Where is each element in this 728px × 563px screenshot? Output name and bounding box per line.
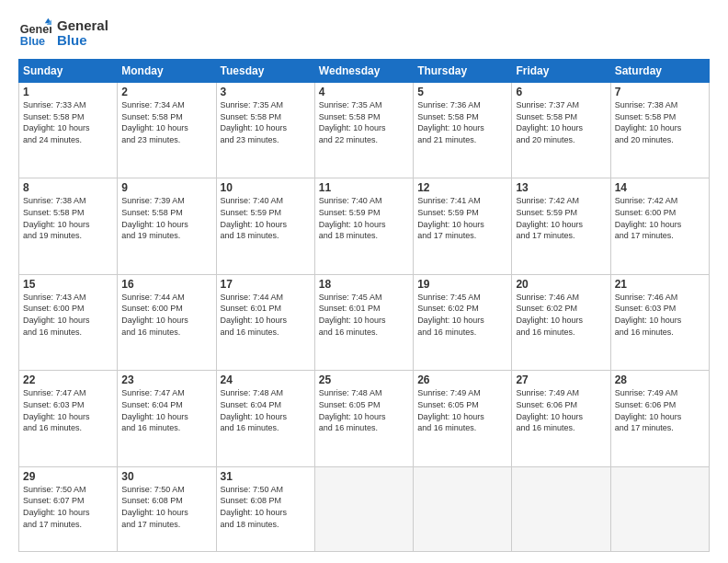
day-number: 24 bbox=[221, 373, 311, 386]
day-info: Sunrise: 7:41 AM Sunset: 5:59 PM Dayligh… bbox=[417, 195, 507, 241]
svg-text:Blue: Blue bbox=[20, 35, 45, 48]
day-info: Sunrise: 7:48 AM Sunset: 6:05 PM Dayligh… bbox=[319, 387, 409, 433]
day-info: Sunrise: 7:48 AM Sunset: 6:04 PM Dayligh… bbox=[221, 387, 311, 433]
day-number: 19 bbox=[417, 278, 507, 291]
calendar-cell: 7Sunrise: 7:38 AM Sunset: 5:58 PM Daylig… bbox=[610, 83, 709, 178]
day-number: 1 bbox=[23, 86, 113, 98]
day-number: 31 bbox=[221, 470, 311, 483]
calendar-cell: 1Sunrise: 7:33 AM Sunset: 5:58 PM Daylig… bbox=[19, 83, 118, 178]
day-info: Sunrise: 7:35 AM Sunset: 5:58 PM Dayligh… bbox=[221, 99, 311, 145]
weekday-header-thursday: Thursday bbox=[414, 60, 512, 83]
calendar-cell: 31Sunrise: 7:50 AM Sunset: 6:08 PM Dayli… bbox=[216, 466, 314, 551]
calendar-cell: 4Sunrise: 7:35 AM Sunset: 5:58 PM Daylig… bbox=[314, 83, 413, 178]
weekday-header-wednesday: Wednesday bbox=[314, 60, 413, 83]
day-number: 13 bbox=[516, 181, 606, 194]
day-number: 23 bbox=[121, 373, 211, 386]
calendar-page: General Blue General Blue SundayMondayTu… bbox=[0, 0, 728, 563]
calendar-cell: 28Sunrise: 7:49 AM Sunset: 6:06 PM Dayli… bbox=[610, 371, 709, 466]
week-row-4: 22Sunrise: 7:47 AM Sunset: 6:03 PM Dayli… bbox=[19, 371, 710, 466]
week-row-3: 15Sunrise: 7:43 AM Sunset: 6:00 PM Dayli… bbox=[19, 274, 710, 370]
calendar-cell: 29Sunrise: 7:50 AM Sunset: 6:07 PM Dayli… bbox=[19, 466, 118, 551]
weekday-header-saturday: Saturday bbox=[610, 60, 709, 83]
logo-icon: General Blue bbox=[18, 17, 51, 50]
day-info: Sunrise: 7:47 AM Sunset: 6:03 PM Dayligh… bbox=[23, 387, 113, 433]
calendar-cell: 21Sunrise: 7:46 AM Sunset: 6:03 PM Dayli… bbox=[610, 274, 709, 370]
day-info: Sunrise: 7:49 AM Sunset: 6:06 PM Dayligh… bbox=[516, 387, 606, 433]
day-number: 22 bbox=[23, 373, 113, 386]
calendar-cell: 15Sunrise: 7:43 AM Sunset: 6:00 PM Dayli… bbox=[19, 274, 118, 370]
calendar-cell: 2Sunrise: 7:34 AM Sunset: 5:58 PM Daylig… bbox=[118, 83, 216, 178]
day-number: 25 bbox=[319, 373, 409, 386]
day-info: Sunrise: 7:35 AM Sunset: 5:58 PM Dayligh… bbox=[319, 99, 409, 145]
day-number: 17 bbox=[221, 278, 311, 291]
day-info: Sunrise: 7:46 AM Sunset: 6:02 PM Dayligh… bbox=[516, 292, 606, 338]
day-number: 29 bbox=[23, 470, 113, 483]
day-number: 28 bbox=[615, 373, 705, 386]
day-number: 21 bbox=[615, 278, 705, 291]
day-number: 10 bbox=[221, 181, 311, 194]
calendar-cell: 14Sunrise: 7:42 AM Sunset: 6:00 PM Dayli… bbox=[610, 178, 709, 274]
day-number: 27 bbox=[516, 373, 606, 386]
day-info: Sunrise: 7:45 AM Sunset: 6:02 PM Dayligh… bbox=[417, 292, 507, 338]
calendar-cell: 30Sunrise: 7:50 AM Sunset: 6:08 PM Dayli… bbox=[118, 466, 216, 551]
calendar-table: SundayMondayTuesdayWednesdayThursdayFrid… bbox=[18, 59, 710, 552]
week-row-1: 1Sunrise: 7:33 AM Sunset: 5:58 PM Daylig… bbox=[19, 83, 710, 178]
calendar-cell: 8Sunrise: 7:38 AM Sunset: 5:58 PM Daylig… bbox=[19, 178, 118, 274]
day-info: Sunrise: 7:42 AM Sunset: 5:59 PM Dayligh… bbox=[516, 195, 606, 241]
calendar-cell bbox=[610, 466, 709, 551]
logo: General Blue General Blue bbox=[18, 17, 108, 50]
day-number: 18 bbox=[319, 278, 409, 291]
day-number: 6 bbox=[516, 86, 606, 98]
logo-text-blue: Blue bbox=[57, 33, 108, 49]
calendar-cell: 3Sunrise: 7:35 AM Sunset: 5:58 PM Daylig… bbox=[216, 83, 314, 178]
weekday-header-monday: Monday bbox=[118, 60, 216, 83]
day-info: Sunrise: 7:47 AM Sunset: 6:04 PM Dayligh… bbox=[121, 387, 211, 433]
day-number: 16 bbox=[121, 278, 211, 291]
day-number: 12 bbox=[417, 181, 507, 194]
calendar-cell bbox=[512, 466, 610, 551]
day-number: 14 bbox=[615, 181, 705, 194]
day-info: Sunrise: 7:40 AM Sunset: 5:59 PM Dayligh… bbox=[221, 195, 311, 241]
day-info: Sunrise: 7:46 AM Sunset: 6:03 PM Dayligh… bbox=[615, 292, 705, 338]
calendar-cell: 20Sunrise: 7:46 AM Sunset: 6:02 PM Dayli… bbox=[512, 274, 610, 370]
day-info: Sunrise: 7:37 AM Sunset: 5:58 PM Dayligh… bbox=[516, 99, 606, 145]
day-number: 2 bbox=[121, 86, 211, 98]
day-info: Sunrise: 7:40 AM Sunset: 5:59 PM Dayligh… bbox=[319, 195, 409, 241]
day-number: 7 bbox=[615, 86, 705, 98]
day-info: Sunrise: 7:38 AM Sunset: 5:58 PM Dayligh… bbox=[615, 99, 705, 145]
day-info: Sunrise: 7:50 AM Sunset: 6:08 PM Dayligh… bbox=[221, 484, 311, 530]
weekday-header-row: SundayMondayTuesdayWednesdayThursdayFrid… bbox=[19, 60, 710, 83]
weekday-header-tuesday: Tuesday bbox=[216, 60, 314, 83]
day-info: Sunrise: 7:49 AM Sunset: 6:06 PM Dayligh… bbox=[615, 387, 705, 433]
day-number: 20 bbox=[516, 278, 606, 291]
day-number: 15 bbox=[23, 278, 113, 291]
day-info: Sunrise: 7:39 AM Sunset: 5:58 PM Dayligh… bbox=[121, 195, 211, 241]
header: General Blue General Blue bbox=[18, 17, 710, 50]
week-row-2: 8Sunrise: 7:38 AM Sunset: 5:58 PM Daylig… bbox=[19, 178, 710, 274]
logo-text-general: General bbox=[57, 18, 108, 34]
calendar-cell: 17Sunrise: 7:44 AM Sunset: 6:01 PM Dayli… bbox=[216, 274, 314, 370]
calendar-cell: 19Sunrise: 7:45 AM Sunset: 6:02 PM Dayli… bbox=[414, 274, 512, 370]
day-number: 3 bbox=[221, 86, 311, 98]
day-info: Sunrise: 7:44 AM Sunset: 6:01 PM Dayligh… bbox=[221, 292, 311, 338]
day-info: Sunrise: 7:50 AM Sunset: 6:07 PM Dayligh… bbox=[23, 484, 113, 530]
calendar-cell bbox=[314, 466, 413, 551]
day-info: Sunrise: 7:44 AM Sunset: 6:00 PM Dayligh… bbox=[121, 292, 211, 338]
day-number: 26 bbox=[417, 373, 507, 386]
day-number: 9 bbox=[121, 181, 211, 194]
calendar-cell: 27Sunrise: 7:49 AM Sunset: 6:06 PM Dayli… bbox=[512, 371, 610, 466]
day-info: Sunrise: 7:43 AM Sunset: 6:00 PM Dayligh… bbox=[23, 292, 113, 338]
calendar-cell: 25Sunrise: 7:48 AM Sunset: 6:05 PM Dayli… bbox=[314, 371, 413, 466]
day-info: Sunrise: 7:38 AM Sunset: 5:58 PM Dayligh… bbox=[23, 195, 113, 241]
day-number: 5 bbox=[417, 86, 507, 98]
day-info: Sunrise: 7:42 AM Sunset: 6:00 PM Dayligh… bbox=[615, 195, 705, 241]
day-info: Sunrise: 7:36 AM Sunset: 5:58 PM Dayligh… bbox=[417, 99, 507, 145]
day-number: 11 bbox=[319, 181, 409, 194]
weekday-header-friday: Friday bbox=[512, 60, 610, 83]
week-row-5: 29Sunrise: 7:50 AM Sunset: 6:07 PM Dayli… bbox=[19, 466, 710, 551]
calendar-cell: 5Sunrise: 7:36 AM Sunset: 5:58 PM Daylig… bbox=[414, 83, 512, 178]
calendar-cell: 13Sunrise: 7:42 AM Sunset: 5:59 PM Dayli… bbox=[512, 178, 610, 274]
calendar-cell: 24Sunrise: 7:48 AM Sunset: 6:04 PM Dayli… bbox=[216, 371, 314, 466]
calendar-cell: 11Sunrise: 7:40 AM Sunset: 5:59 PM Dayli… bbox=[314, 178, 413, 274]
calendar-cell: 22Sunrise: 7:47 AM Sunset: 6:03 PM Dayli… bbox=[19, 371, 118, 466]
